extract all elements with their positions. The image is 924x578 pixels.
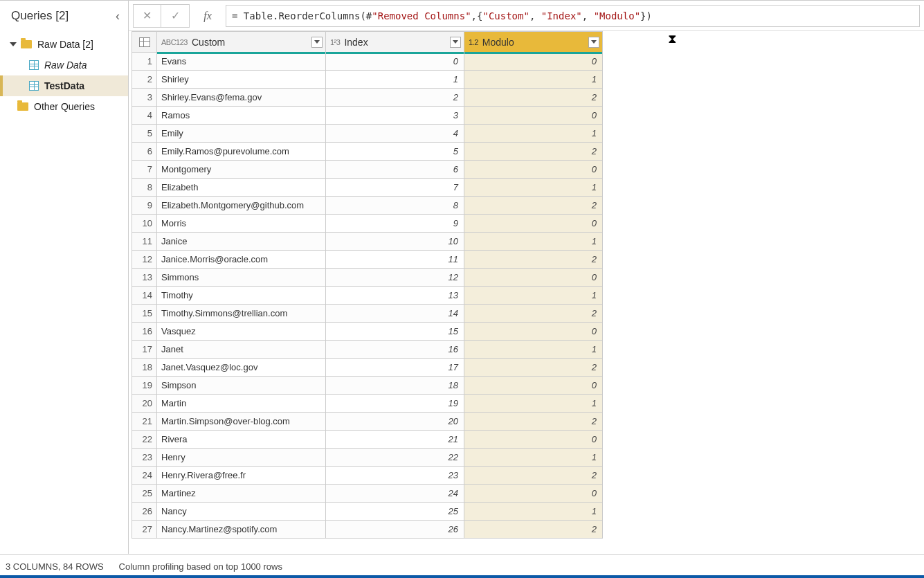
row-number[interactable]: 19 — [132, 377, 157, 395]
cell-index[interactable]: 18 — [326, 377, 464, 395]
cell-index[interactable]: 0 — [326, 53, 464, 71]
cell-modulo[interactable]: 1 — [464, 71, 603, 89]
folder-row[interactable]: Other Queries — [0, 96, 128, 117]
row-number[interactable]: 1 — [132, 53, 157, 71]
cell-modulo[interactable]: 0 — [464, 53, 603, 71]
cell-custom[interactable]: Janice.Morris@oracle.com — [157, 251, 326, 269]
column-filter-index[interactable] — [450, 37, 461, 48]
cell-modulo[interactable]: 2 — [464, 413, 603, 431]
cell-custom[interactable]: Rivera — [157, 431, 326, 449]
table-row[interactable]: 15Timothy.Simmons@trellian.com142 — [132, 305, 603, 323]
cell-custom[interactable]: Nancy.Martinez@spotify.com — [157, 521, 326, 539]
row-number[interactable]: 11 — [132, 233, 157, 251]
type-icon-decimal[interactable]: 1.2 — [469, 38, 478, 46]
formula-cancel-button[interactable]: ✕ — [134, 5, 161, 27]
data-grid[interactable]: ⧗ ABC123 Custom — [129, 31, 924, 554]
cell-index[interactable]: 21 — [326, 431, 464, 449]
cell-index[interactable]: 1 — [326, 71, 464, 89]
row-number[interactable]: 6 — [132, 143, 157, 161]
row-number[interactable]: 18 — [132, 359, 157, 377]
cell-custom[interactable]: Montgomery — [157, 161, 326, 179]
table-row[interactable]: 6Emily.Ramos@purevolume.com52 — [132, 143, 603, 161]
folder-row[interactable]: Raw Data [2] — [0, 34, 128, 55]
table-row[interactable]: 17Janet161 — [132, 341, 603, 359]
select-all-corner[interactable] — [132, 32, 157, 53]
cell-index[interactable]: 4 — [326, 125, 464, 143]
cell-index[interactable]: 5 — [326, 143, 464, 161]
cell-custom[interactable]: Elizabeth — [157, 179, 326, 197]
cell-modulo[interactable]: 2 — [464, 305, 603, 323]
cell-index[interactable]: 9 — [326, 215, 464, 233]
cell-index[interactable]: 2 — [326, 89, 464, 107]
row-number[interactable]: 21 — [132, 413, 157, 431]
cell-modulo[interactable]: 1 — [464, 125, 603, 143]
table-row[interactable]: 27Nancy.Martinez@spotify.com262 — [132, 521, 603, 539]
cell-custom[interactable]: Martinez — [157, 485, 326, 503]
cell-index[interactable]: 16 — [326, 341, 464, 359]
row-number[interactable]: 8 — [132, 179, 157, 197]
cell-modulo[interactable]: 0 — [464, 377, 603, 395]
query-item[interactable]: Raw Data — [0, 55, 128, 75]
collapse-sidebar-icon[interactable]: ‹ — [116, 9, 120, 24]
table-row[interactable]: 14Timothy131 — [132, 287, 603, 305]
cell-index[interactable]: 20 — [326, 413, 464, 431]
cell-modulo[interactable]: 0 — [464, 161, 603, 179]
cell-modulo[interactable]: 2 — [464, 251, 603, 269]
table-row[interactable]: 12Janice.Morris@oracle.com112 — [132, 251, 603, 269]
type-icon-int[interactable]: 1²3 — [330, 38, 340, 46]
cell-custom[interactable]: Janice — [157, 233, 326, 251]
cell-modulo[interactable]: 0 — [464, 431, 603, 449]
column-filter-modulo[interactable] — [588, 37, 599, 48]
table-row[interactable]: 23Henry221 — [132, 449, 603, 467]
table-row[interactable]: 9Elizabeth.Montgomery@github.com82 — [132, 197, 603, 215]
cell-modulo[interactable]: 0 — [464, 323, 603, 341]
cell-modulo[interactable]: 2 — [464, 521, 603, 539]
cell-custom[interactable]: Vasquez — [157, 323, 326, 341]
cell-modulo[interactable]: 0 — [464, 215, 603, 233]
cell-custom[interactable]: Emily.Ramos@purevolume.com — [157, 143, 326, 161]
table-row[interactable]: 5Emily41 — [132, 125, 603, 143]
column-filter-custom[interactable] — [311, 37, 323, 48]
cell-modulo[interactable]: 1 — [464, 179, 603, 197]
row-number[interactable]: 2 — [132, 71, 157, 89]
cell-custom[interactable]: Shirley — [157, 71, 326, 89]
cell-modulo[interactable]: 2 — [464, 467, 603, 485]
cell-index[interactable]: 24 — [326, 485, 464, 503]
cell-index[interactable]: 14 — [326, 305, 464, 323]
cell-custom[interactable]: Martin — [157, 395, 326, 413]
row-number[interactable]: 23 — [132, 449, 157, 467]
cell-index[interactable]: 10 — [326, 233, 464, 251]
table-row[interactable]: 24Henry.Rivera@free.fr232 — [132, 467, 603, 485]
row-number[interactable]: 25 — [132, 485, 157, 503]
query-item[interactable]: TestData — [0, 75, 128, 96]
table-row[interactable]: 4Ramos30 — [132, 107, 603, 125]
cell-custom[interactable]: Elizabeth.Montgomery@github.com — [157, 197, 326, 215]
column-header-index[interactable]: 1²3 Index — [326, 32, 464, 53]
row-number[interactable]: 9 — [132, 197, 157, 215]
row-number[interactable]: 24 — [132, 467, 157, 485]
row-number[interactable]: 27 — [132, 521, 157, 539]
cell-modulo[interactable]: 2 — [464, 143, 603, 161]
cell-index[interactable]: 6 — [326, 161, 464, 179]
cell-custom[interactable]: Evans — [157, 53, 326, 71]
cell-custom[interactable]: Janet.Vasquez@loc.gov — [157, 359, 326, 377]
cell-index[interactable]: 23 — [326, 467, 464, 485]
row-number[interactable]: 15 — [132, 305, 157, 323]
cell-custom[interactable]: Timothy.Simmons@trellian.com — [157, 305, 326, 323]
cell-modulo[interactable]: 0 — [464, 269, 603, 287]
row-number[interactable]: 3 — [132, 89, 157, 107]
table-row[interactable]: 20Martin191 — [132, 395, 603, 413]
table-row[interactable]: 1Evans00 — [132, 53, 603, 71]
cell-index[interactable]: 22 — [326, 449, 464, 467]
type-icon-any[interactable]: ABC123 — [161, 38, 188, 46]
cell-modulo[interactable]: 0 — [464, 107, 603, 125]
cell-modulo[interactable]: 0 — [464, 485, 603, 503]
table-row[interactable]: 26Nancy251 — [132, 503, 603, 521]
cell-custom[interactable]: Morris — [157, 215, 326, 233]
cell-custom[interactable]: Emily — [157, 125, 326, 143]
fx-icon[interactable]: fx — [194, 5, 221, 27]
row-number[interactable]: 10 — [132, 215, 157, 233]
cell-modulo[interactable]: 2 — [464, 89, 603, 107]
cell-index[interactable]: 17 — [326, 359, 464, 377]
cell-index[interactable]: 7 — [326, 179, 464, 197]
